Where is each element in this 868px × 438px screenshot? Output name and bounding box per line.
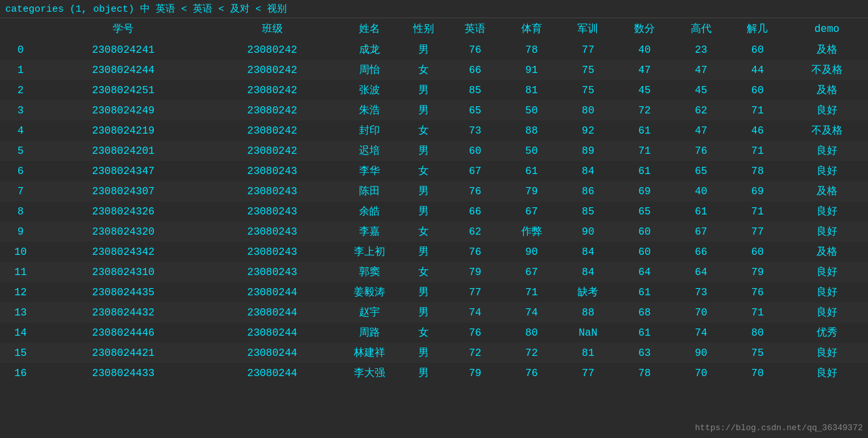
cell-ty: 67 bbox=[503, 262, 560, 282]
cell-demo: 优秀 bbox=[786, 323, 868, 343]
cell-gd: 64 bbox=[673, 262, 729, 282]
cell-xh: 2308024421 bbox=[41, 343, 205, 363]
cell-yy: 74 bbox=[447, 302, 504, 323]
table-row: 8230802432623080243余皓男666785656171良好 bbox=[0, 201, 868, 222]
table-row: 2230802425123080242张波男858175454560及格 bbox=[0, 80, 868, 100]
cell-gd: 47 bbox=[673, 121, 729, 141]
cell-idx: 5 bbox=[0, 141, 41, 161]
cell-idx: 2 bbox=[0, 80, 41, 100]
cell-idx: 12 bbox=[0, 282, 41, 302]
cell-xb: 男 bbox=[401, 80, 447, 100]
table-row: 14230802444623080244周路女7680NaN617480优秀 bbox=[0, 323, 868, 343]
cell-yy: 72 bbox=[447, 343, 504, 363]
table-row: 10230802434223080243李上初男769084606660及格 bbox=[0, 242, 868, 262]
cell-gd: 74 bbox=[673, 323, 729, 343]
cell-demo: 不及格 bbox=[786, 60, 868, 80]
cell-xh: 2308024326 bbox=[41, 201, 205, 222]
cell-jj: 77 bbox=[729, 222, 786, 242]
cell-bj: 23080242 bbox=[205, 141, 339, 161]
cell-xh: 2308024433 bbox=[41, 363, 205, 383]
cell-jj: 71 bbox=[729, 141, 786, 161]
cell-yy: 60 bbox=[447, 141, 504, 161]
cell-ty: 50 bbox=[503, 141, 560, 161]
cell-sf: 61 bbox=[616, 161, 673, 181]
cell-gd: 47 bbox=[673, 60, 729, 80]
cell-jj: 78 bbox=[729, 161, 786, 181]
cell-demo: 良好 bbox=[786, 343, 868, 363]
cell-yy: 76 bbox=[447, 40, 504, 60]
table-row: 12230802443523080244姜毅涛男7771缺考617376良好 bbox=[0, 282, 868, 302]
cell-bj: 23080244 bbox=[205, 323, 339, 343]
cell-jx: 75 bbox=[560, 80, 616, 100]
cell-xb: 男 bbox=[401, 181, 447, 201]
cell-demo: 良好 bbox=[786, 201, 868, 222]
col-header-sf: 数分 bbox=[616, 18, 673, 40]
cell-xm: 郭窦 bbox=[339, 262, 401, 282]
cell-sf: 71 bbox=[616, 141, 673, 161]
cell-jx: 81 bbox=[560, 343, 616, 363]
cell-bj: 23080243 bbox=[205, 201, 339, 222]
cell-ty: 72 bbox=[503, 343, 560, 363]
cell-yy: 66 bbox=[447, 60, 504, 80]
cell-bj: 23080242 bbox=[205, 40, 339, 60]
cell-jj: 71 bbox=[729, 100, 786, 121]
cell-ty: 80 bbox=[503, 323, 560, 343]
cell-demo: 良好 bbox=[786, 222, 868, 242]
cell-bj: 23080242 bbox=[205, 60, 339, 80]
top-bar: categories (1, object) 中 英语 < 英语 < 及对 < … bbox=[0, 0, 868, 18]
cell-idx: 9 bbox=[0, 222, 41, 242]
cell-jx: 86 bbox=[560, 181, 616, 201]
cell-xm: 赵宇 bbox=[339, 302, 401, 323]
table-row: 6230802434723080243李华女676184616578良好 bbox=[0, 161, 868, 181]
cell-xb: 女 bbox=[401, 222, 447, 242]
col-header-xh: 学号 bbox=[41, 18, 205, 40]
cell-sf: 65 bbox=[616, 201, 673, 222]
cell-jj: 60 bbox=[729, 80, 786, 100]
cell-yy: 77 bbox=[447, 282, 504, 302]
table-row: 13230802443223080244赵宇男747488687071良好 bbox=[0, 302, 868, 323]
cell-jj: 80 bbox=[729, 323, 786, 343]
cell-idx: 3 bbox=[0, 100, 41, 121]
cell-yy: 73 bbox=[447, 121, 504, 141]
cell-sf: 72 bbox=[616, 100, 673, 121]
cell-demo: 良好 bbox=[786, 100, 868, 121]
cell-idx: 11 bbox=[0, 262, 41, 282]
cell-sf: 64 bbox=[616, 262, 673, 282]
cell-demo: 良好 bbox=[786, 282, 868, 302]
col-header-ty: 体育 bbox=[503, 18, 560, 40]
table-row: 3230802424923080242朱浩男655080726271良好 bbox=[0, 100, 868, 121]
cell-jx: 89 bbox=[560, 141, 616, 161]
cell-gd: 70 bbox=[673, 363, 729, 383]
cell-xm: 张波 bbox=[339, 80, 401, 100]
cell-xb: 男 bbox=[401, 363, 447, 383]
cell-ty: 67 bbox=[503, 201, 560, 222]
cell-xm: 迟培 bbox=[339, 141, 401, 161]
cell-jx: 缺考 bbox=[560, 282, 616, 302]
cell-sf: 69 bbox=[616, 181, 673, 201]
cell-jj: 60 bbox=[729, 40, 786, 60]
watermark: https://blog.csdn.net/qq_36349372 bbox=[695, 423, 863, 433]
cell-jx: 85 bbox=[560, 201, 616, 222]
cell-xh: 2308024201 bbox=[41, 141, 205, 161]
cell-jj: 76 bbox=[729, 282, 786, 302]
cell-xm: 李嘉 bbox=[339, 222, 401, 242]
cell-xh: 2308024320 bbox=[41, 222, 205, 242]
cell-bj: 23080243 bbox=[205, 181, 339, 201]
cell-idx: 13 bbox=[0, 302, 41, 323]
cell-xh: 2308024342 bbox=[41, 242, 205, 262]
cell-xh: 2308024310 bbox=[41, 262, 205, 282]
cell-bj: 23080242 bbox=[205, 100, 339, 121]
cell-gd: 45 bbox=[673, 80, 729, 100]
table-row: 11230802431023080243郭窦女796784646479良好 bbox=[0, 262, 868, 282]
cell-xb: 女 bbox=[401, 262, 447, 282]
cell-xm: 李华 bbox=[339, 161, 401, 181]
cell-idx: 15 bbox=[0, 343, 41, 363]
col-header-yy: 英语 bbox=[447, 18, 504, 40]
cell-sf: 47 bbox=[616, 60, 673, 80]
cell-ty: 78 bbox=[503, 40, 560, 60]
cell-jj: 71 bbox=[729, 201, 786, 222]
cell-demo: 及格 bbox=[786, 40, 868, 60]
cell-sf: 61 bbox=[616, 121, 673, 141]
cell-jj: 75 bbox=[729, 343, 786, 363]
cell-yy: 66 bbox=[447, 201, 504, 222]
